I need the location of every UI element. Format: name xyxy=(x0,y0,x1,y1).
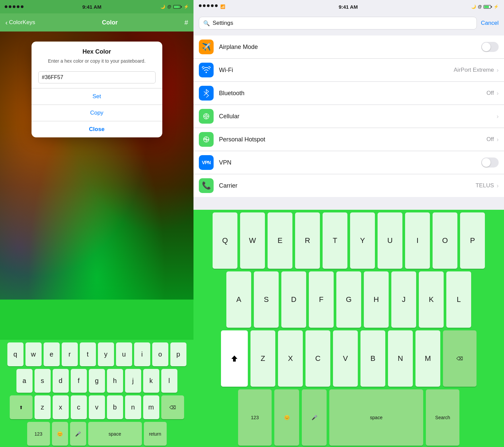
right-kb-row-1: Q W E R T Y U I O P xyxy=(195,212,503,269)
rkey-Y[interactable]: Y xyxy=(350,212,375,269)
rkey-search[interactable]: Search xyxy=(426,389,459,446)
rkey-H[interactable]: H xyxy=(364,271,389,328)
rkey-C[interactable]: C xyxy=(305,330,330,387)
battery-icon xyxy=(173,5,182,9)
key-123[interactable]: 123 xyxy=(27,422,50,446)
key-i[interactable]: i xyxy=(134,342,150,366)
rkey-B[interactable]: B xyxy=(360,330,385,387)
rkey-mic[interactable]: 🎤 xyxy=(302,389,327,446)
rkey-M[interactable]: M xyxy=(415,330,440,387)
close-button[interactable]: Close xyxy=(32,121,162,137)
key-f[interactable]: f xyxy=(71,369,87,393)
key-a[interactable]: a xyxy=(16,369,33,393)
rkey-Q[interactable]: Q xyxy=(213,212,237,269)
rkey-K[interactable]: K xyxy=(419,271,444,328)
key-b[interactable]: b xyxy=(107,395,123,419)
settings-item-cellular[interactable]: Cellular › xyxy=(193,105,504,128)
left-status-icons: 🌙 @ ⚡ xyxy=(160,4,189,9)
key-delete[interactable]: ⌫ xyxy=(161,395,184,419)
key-h[interactable]: h xyxy=(107,369,123,393)
svg-marker-11 xyxy=(231,356,237,362)
settings-item-wifi[interactable]: Wi-Fi AirPort Extreme › xyxy=(193,59,504,82)
rkey-A[interactable]: A xyxy=(226,271,251,328)
rdot2 xyxy=(203,4,206,7)
search-icon: 🔍 xyxy=(203,20,210,26)
rkey-123[interactable]: 123 xyxy=(238,389,272,446)
rkey-D[interactable]: D xyxy=(281,271,306,328)
settings-item-carrier[interactable]: 📞 Carrier TELUS › xyxy=(193,174,504,197)
rkey-delete[interactable]: ⌫ xyxy=(443,330,477,387)
cellular-icon xyxy=(199,109,214,124)
back-button[interactable]: ‹ ColorKeys xyxy=(5,19,35,26)
rkey-P[interactable]: P xyxy=(460,212,485,269)
svg-point-4 xyxy=(206,116,207,117)
rkey-T[interactable]: T xyxy=(323,212,347,269)
key-s[interactable]: s xyxy=(35,369,51,393)
settings-search-input[interactable] xyxy=(213,20,472,26)
key-v[interactable]: v xyxy=(89,395,105,419)
rkey-V[interactable]: V xyxy=(333,330,358,387)
key-x[interactable]: x xyxy=(53,395,69,419)
left-keyboard: q w e r t y u i o p a s d f g h j k l ⬆ … xyxy=(0,340,193,447)
rkey-shift[interactable] xyxy=(221,330,248,387)
search-cancel-button[interactable]: Cancel xyxy=(481,20,499,26)
left-status-bar: 9:41 AM 🌙 @ ⚡ xyxy=(0,0,193,13)
rkey-R[interactable]: R xyxy=(295,212,320,269)
cellular-chevron: › xyxy=(497,113,499,120)
settings-item-hotspot[interactable]: Personal Hotspot Off › xyxy=(193,128,504,151)
rkey-O[interactable]: O xyxy=(433,212,457,269)
key-j[interactable]: j xyxy=(125,369,141,393)
rkey-G[interactable]: G xyxy=(336,271,361,328)
key-space[interactable]: space xyxy=(88,422,142,446)
key-return[interactable]: return xyxy=(144,422,167,446)
key-mic[interactable]: 🎤 xyxy=(70,422,86,446)
airplane-icon: ✈️ xyxy=(199,40,214,54)
key-d[interactable]: d xyxy=(53,369,69,393)
rkey-S[interactable]: S xyxy=(254,271,279,328)
key-t[interactable]: t xyxy=(80,342,96,366)
search-input-wrap[interactable]: 🔍 xyxy=(199,17,477,29)
key-l[interactable]: l xyxy=(161,369,177,393)
key-k[interactable]: k xyxy=(143,369,159,393)
key-m[interactable]: m xyxy=(143,395,159,419)
rkey-E[interactable]: E xyxy=(268,212,292,269)
key-n[interactable]: n xyxy=(125,395,141,419)
settings-item-vpn[interactable]: VPN VPN xyxy=(193,151,504,174)
hex-color-input[interactable] xyxy=(38,71,156,83)
rkey-U[interactable]: U xyxy=(378,212,402,269)
rkey-J[interactable]: J xyxy=(391,271,416,328)
rkey-space[interactable]: space xyxy=(329,389,423,446)
key-q[interactable]: q xyxy=(7,342,23,366)
rkey-L[interactable]: L xyxy=(446,271,471,328)
rkey-emoji[interactable]: 😊 xyxy=(274,389,299,446)
dot3 xyxy=(13,5,15,8)
rkey-W[interactable]: W xyxy=(240,212,265,269)
key-e[interactable]: e xyxy=(44,342,60,366)
rkey-Z[interactable]: Z xyxy=(250,330,275,387)
key-p[interactable]: p xyxy=(170,342,186,366)
key-emoji[interactable]: 😊 xyxy=(52,422,68,446)
key-u[interactable]: u xyxy=(116,342,132,366)
set-button[interactable]: Set xyxy=(32,88,162,105)
rkey-N[interactable]: N xyxy=(388,330,413,387)
key-w[interactable]: w xyxy=(25,342,42,366)
airplane-toggle[interactable] xyxy=(481,42,499,52)
rkey-X[interactable]: X xyxy=(278,330,303,387)
copy-button[interactable]: Copy xyxy=(32,105,162,121)
settings-item-bluetooth[interactable]: Bluetooth Off › xyxy=(193,82,504,105)
rkey-I[interactable]: I xyxy=(405,212,430,269)
key-r[interactable]: r xyxy=(62,342,78,366)
vpn-toggle[interactable] xyxy=(481,157,499,168)
key-shift[interactable]: ⬆ xyxy=(10,395,33,419)
left-panel: 9:41 AM 🌙 @ ⚡ ‹ ColorKeys Color # Hex Co… xyxy=(0,0,193,447)
key-y[interactable]: y xyxy=(98,342,114,366)
key-c[interactable]: c xyxy=(71,395,87,419)
settings-item-airplane[interactable]: ✈️ Airplane Mode xyxy=(193,36,504,59)
key-o[interactable]: o xyxy=(152,342,168,366)
dialog-title: Hex Color xyxy=(38,48,156,55)
rkey-F[interactable]: F xyxy=(309,271,334,328)
color-picker-area[interactable]: Hex Color Enter a hex color or copy it t… xyxy=(0,31,193,340)
chevron-left-icon: ‹ xyxy=(5,19,8,26)
key-g[interactable]: g xyxy=(89,369,105,393)
key-z[interactable]: z xyxy=(35,395,51,419)
